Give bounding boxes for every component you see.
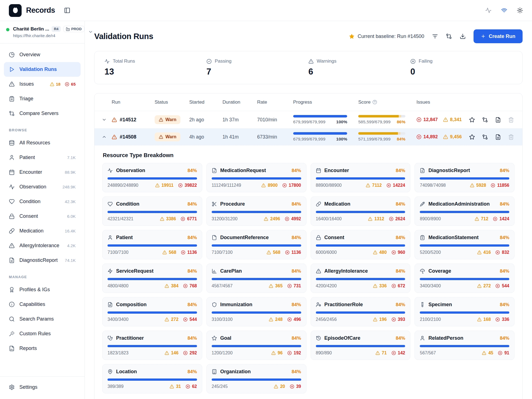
resource-card[interactable]: Encounter 84% 88900/88900 7112 14224	[311, 163, 411, 192]
sidebar-browse-item[interactable]: All Resources	[4, 135, 81, 150]
resource-card[interactable]: Medication 84% 16400/16400 1312 2624	[311, 196, 411, 226]
resource-card[interactable]: Procedure 84% 31200/31200 2496 4992	[206, 196, 306, 226]
sidebar-toggle-icon[interactable]	[64, 7, 70, 14]
resource-card[interactable]: Goal 84% 1200/1200 96 192	[206, 331, 306, 360]
resource-score-pct: 84%	[291, 168, 301, 173]
sidebar-nav-item[interactable]: Overview	[4, 47, 81, 62]
sidebar-browse-item[interactable]: Observation 248.9K	[4, 180, 81, 194]
compare-run-icon[interactable]	[482, 117, 488, 123]
sidebar-browse-item[interactable]: AllergyIntolerance 4.2K	[4, 238, 81, 253]
resource-count: 6000/6000	[316, 250, 337, 255]
history-icon	[316, 336, 321, 341]
resource-card[interactable]: DocumentReference 84% 7100/7100 568 1136	[206, 230, 306, 259]
resource-count: 2100/2100	[420, 317, 441, 322]
create-run-button[interactable]: Create Run	[474, 29, 523, 43]
status-badge: Warn	[155, 115, 180, 124]
activity-icon	[108, 168, 113, 173]
sidebar-manage-item[interactable]: Capabilities	[4, 297, 81, 312]
sidebar-browse-item[interactable]: Patient 7.1K	[4, 150, 81, 165]
set-baseline-star-icon[interactable]	[469, 134, 475, 140]
resource-card[interactable]: Location 84% 389/389 31 62	[102, 364, 202, 393]
resource-card[interactable]: PractitionerRole 84% 2456/2456 196 393	[311, 297, 411, 326]
run-row[interactable]: #14512 Warn 2h ago 1h 37m 7010/min 679,9…	[94, 111, 522, 128]
resource-card[interactable]: Practitioner 84% 1823/1823 146 292	[102, 331, 202, 360]
sidebar-browse-item[interactable]: Condition 42.3K	[4, 194, 81, 209]
compare-run-icon[interactable]	[482, 134, 488, 140]
nav-item-label: Compare Servers	[19, 111, 58, 116]
view-report-icon[interactable]	[495, 117, 501, 123]
alert-triangle-icon	[482, 351, 486, 355]
resource-card[interactable]: Specimen 84% 2100/2100 168 336	[415, 297, 515, 326]
resource-score-pct: 84%	[188, 168, 197, 173]
sidebar-nav-item[interactable]: Triage	[4, 91, 81, 106]
stats-summary-card: Total Runs 13 Passing 7 Warnings 6 Faili…	[94, 51, 523, 84]
sidebar-nav-item[interactable]: Issues 18 65	[4, 77, 81, 91]
sidebar-manage-item[interactable]: Search Params	[4, 312, 81, 326]
resource-count: 389/389	[108, 384, 124, 389]
user-icon	[9, 155, 15, 160]
resource-card[interactable]: Immunization 84% 3100/3100 248 496	[206, 297, 306, 326]
sidebar-browse-item[interactable]: Medication 16.4K	[4, 224, 81, 238]
sidebar-nav-item[interactable]: Compare Servers	[4, 106, 81, 121]
resource-error-count: 544	[183, 317, 197, 322]
resource-card[interactable]: AllergyIntolerance 84% 4200/4200 336 672	[311, 264, 411, 293]
resource-card[interactable]: Condition 84% 42321/42321 3386 6771	[102, 196, 202, 226]
resource-score-pct: 84%	[188, 235, 197, 241]
alert-triangle-icon	[477, 284, 482, 288]
browse-section-header: BROWSE	[4, 128, 81, 132]
wifi-icon[interactable]	[501, 7, 507, 14]
resource-count: 31200/31200	[212, 216, 237, 221]
app-logo[interactable]	[9, 4, 22, 17]
resource-card[interactable]: Observation 84% 248890/248890 19911 3982…	[102, 163, 202, 192]
sidebar-nav-item[interactable]: Validation Runs	[4, 62, 81, 77]
activity-status-icon[interactable]	[485, 7, 492, 14]
sidebar-manage-item[interactable]: Reports	[4, 341, 81, 356]
resource-progress-bar	[212, 345, 301, 347]
resource-name: Medication	[324, 201, 351, 207]
theme-sun-icon[interactable]	[517, 7, 523, 14]
server-selector[interactable]: Charité Berlin ... R4 PROD https://fhir.…	[0, 21, 85, 44]
sidebar-item-settings[interactable]: Settings	[4, 380, 81, 395]
sidebar-manage-item[interactable]: Profiles & IGs	[4, 282, 81, 297]
nav-item-label: Triage	[19, 96, 33, 102]
view-report-icon[interactable]	[495, 134, 501, 140]
collapse-chevron-icon[interactable]	[102, 134, 107, 139]
resource-card[interactable]: Composition 84% 3400/3400 272 544	[102, 297, 202, 326]
resource-count: 2456/2456	[316, 317, 337, 322]
set-baseline-star-icon[interactable]	[469, 117, 475, 123]
alert-triangle-icon	[170, 384, 174, 389]
resource-card[interactable]: ServiceRequest 84% 4800/4800 384 768	[102, 264, 202, 293]
alert-triangle-icon	[112, 134, 117, 140]
resource-card[interactable]: EpisodeOfCare 84% 890/890 71 142	[311, 331, 411, 360]
resource-card[interactable]: Patient 84% 7100/7100 568 1136	[102, 230, 202, 259]
resource-card[interactable]: Organization 84% 245/245 20 39	[206, 364, 306, 393]
resource-card[interactable]: DiagnosticReport 84% 74098/74098 5928 11…	[415, 163, 515, 192]
resource-card[interactable]: Consent 84% 6000/6000 480 960	[311, 230, 411, 259]
delete-run-icon[interactable]	[508, 134, 514, 140]
delete-run-icon[interactable]	[508, 117, 514, 123]
resource-card[interactable]: RelatedPerson 84% 567/567 45 91	[415, 331, 515, 360]
resource-score-pct: 84%	[500, 168, 509, 173]
sidebar-browse-item[interactable]: Encounter 88.9K	[4, 165, 81, 180]
x-circle-icon	[498, 351, 502, 355]
sidebar-browse-item[interactable]: DiagnosticReport 74.1K	[4, 253, 81, 268]
expand-chevron-icon[interactable]	[102, 117, 107, 122]
main-content: Validation Runs Current baseline: Run #1…	[85, 21, 532, 399]
resource-card[interactable]: CarePlan 84% 4567/4567 365 731	[206, 264, 306, 293]
download-icon[interactable]	[460, 33, 466, 39]
resource-card[interactable]: Coverage 84% 3400/3400 272 544	[415, 264, 515, 293]
resource-warn-count: 8900	[261, 183, 278, 188]
run-row-expanded[interactable]: #14508 Warn 4h ago 1h 41m 6733/min 679,9…	[94, 128, 522, 145]
sidebar-browse-item[interactable]: Consent 6.0K	[4, 209, 81, 224]
resource-card[interactable]: MedicationRequest 84% 111249/111249 8900…	[206, 163, 306, 192]
help-icon[interactable]	[372, 100, 377, 104]
col-run: Run	[112, 99, 155, 105]
resource-card[interactable]: MedicationAdministration 84% 8900/8900 7…	[415, 196, 515, 226]
resource-card[interactable]: MedicationStatement 84% 5200/5200 416 83…	[415, 230, 515, 259]
resource-name: ServiceRequest	[116, 268, 154, 274]
server-url: https://fhir.charite.de/r4	[13, 33, 85, 38]
resource-progress-bar	[212, 278, 301, 280]
compare-runs-icon[interactable]	[446, 33, 452, 39]
sidebar-manage-item[interactable]: Custom Rules	[4, 326, 81, 341]
filter-icon[interactable]	[432, 33, 438, 39]
